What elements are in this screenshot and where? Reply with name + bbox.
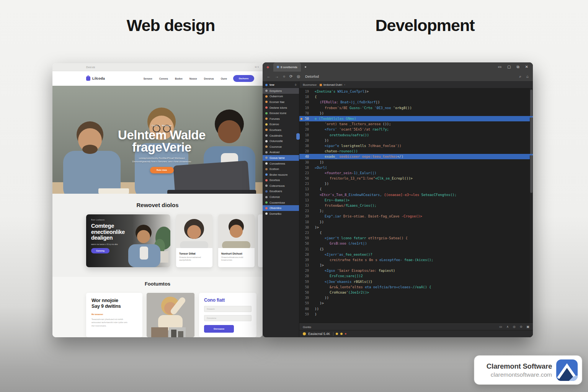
code-line[interactable]: 19froben's/8E Gusns-'Crto '0E3_noe 'orkg… bbox=[299, 105, 533, 111]
code-line[interactable]: 39creitrafne faite s 0o s eLeceptfee- fe… bbox=[299, 257, 533, 263]
sidebar-file-item[interactable]: Coceemlose bbox=[263, 200, 299, 206]
nav-item[interactable]: Devorus bbox=[204, 77, 214, 80]
sidebar-file-item[interactable]: Ceubtndrs bbox=[263, 133, 299, 139]
contact-submit-button[interactable]: Onrvsaeve bbox=[204, 325, 234, 333]
contact-input-1[interactable] bbox=[204, 306, 252, 312]
code-line[interactable]: 59<|3ee'ekaenis r8GAls()} bbox=[299, 279, 533, 284]
sidebar-file-item[interactable]: Avaload bbox=[263, 150, 299, 155]
sidebar-file-item[interactable]: Eesydons bbox=[263, 88, 299, 94]
breadcrumb-folder[interactable]: Buononuv bbox=[303, 83, 317, 87]
square-icon[interactable]: ▣ bbox=[526, 325, 529, 328]
code-line[interactable]: 19'orot) tane _Ticters_aorose ()); bbox=[299, 121, 533, 127]
back-icon[interactable]: ← bbox=[267, 75, 271, 78]
sidebar-file-item[interactable]: Otvsrnlno bbox=[263, 205, 299, 211]
code-line[interactable]: 20}) bbox=[299, 138, 533, 143]
feature-cta-button[interactable]: Cureemg bbox=[91, 248, 109, 253]
sidebar-file-item[interactable]: Couronoe bbox=[263, 144, 299, 150]
code-line[interactable]: 23{ bbox=[299, 230, 533, 235]
profile-card-2[interactable]: Nonhurt Dichust Omaurtuvhtnatruna orvdd … bbox=[218, 214, 255, 267]
sidebar-file-item[interactable]: Eeouse lcune bbox=[263, 110, 299, 116]
code-line[interactable]: 23<founter_sein-1)_Ealur(|) bbox=[299, 170, 533, 176]
claremont-badge[interactable]: Claremont Software claremontsoftware.com bbox=[474, 355, 582, 385]
code-line[interactable]: 18=Ourl( bbox=[299, 165, 533, 170]
target-icon[interactable]: ◎ bbox=[297, 75, 300, 78]
photo-card[interactable] bbox=[147, 293, 194, 337]
reload-icon[interactable]: ⟳ bbox=[289, 75, 292, 78]
editor-tab[interactable]: B soretbemda bbox=[273, 62, 301, 72]
sidebar-file-item[interactable]: Coteorrsoos bbox=[263, 183, 299, 189]
code-line[interactable]: 50GrsB:ooo (/ee1rt|) bbox=[299, 241, 533, 246]
forward-icon[interactable]: → bbox=[275, 75, 279, 78]
circle-icon[interactable]: ○ bbox=[283, 75, 285, 78]
restore-icon[interactable]: ▢ bbox=[507, 65, 511, 69]
code-line[interactable]: 13{ bbox=[299, 186, 533, 192]
code-line[interactable]: 50e (Teobbtlcles GNme) bbox=[299, 116, 533, 121]
scrollbar-thumb[interactable] bbox=[530, 90, 532, 193]
sidebar-file-item[interactable]: Ecurboes bbox=[263, 127, 299, 133]
sidebar-file-item[interactable]: Ouberrrom bbox=[263, 94, 299, 100]
company-url[interactable]: claremontsoftware.com bbox=[487, 371, 552, 378]
browser-url[interactable]: Dvoi.es bbox=[86, 66, 95, 69]
code-line[interactable]: 10}) bbox=[299, 219, 533, 225]
sidebar-file-item[interactable]: Dedsne iclons bbox=[263, 105, 299, 111]
nav-cta-button[interactable]: Ouchures bbox=[233, 75, 254, 82]
code-line[interactable]: 31{} bbox=[299, 246, 533, 252]
code-line[interactable]: 80)) bbox=[299, 306, 533, 312]
code-line[interactable]: 50&rs&_lente"eltes eta oelfcia/bro=cleae… bbox=[299, 284, 533, 290]
code-line[interactable]: 40exade_ seebicseer oepe:teeu_teetkes</) bbox=[299, 154, 533, 159]
close-icon[interactable]: ✕ bbox=[525, 65, 528, 69]
breadcrumb-file[interactable]: brdonad Dutrí bbox=[323, 83, 342, 87]
sidebar-file-item[interactable]: Eeorbos bbox=[263, 178, 299, 183]
code-line[interactable]: 59<Etcr's_Ton_8_EindewACeaitars, {(eoaea… bbox=[299, 192, 533, 198]
code-line[interactable]: 39Exp^.iar Drie-otiae. Daiet-fag_oCave -… bbox=[299, 214, 533, 219]
profile-card-1[interactable]: Tonsor Diltat Omauta dunurmadvarved eaur… bbox=[176, 214, 212, 267]
code-line[interactable]: 28<Ijerr'as_feo_eeotee()? bbox=[299, 252, 533, 257]
code-line[interactable]: 30)> bbox=[299, 225, 533, 230]
code-line[interactable]: 23}) bbox=[299, 181, 533, 186]
code-line[interactable]: 19<Inetina's WXLzo_CueTprl)> bbox=[299, 89, 533, 94]
code-line[interactable]: 59<jaer't lcono fetarr etltrgzia-Satea()… bbox=[299, 235, 533, 241]
sidebar-file-item[interactable]: Cotonce bbox=[263, 194, 299, 200]
code-line[interactable]: 39)) bbox=[299, 295, 533, 301]
code-line[interactable]: 20<fors' 'ocant'5En5'/at rao?l?y; bbox=[299, 127, 533, 132]
dash-icon[interactable]: ▭ bbox=[499, 325, 502, 328]
circleB-icon[interactable]: ⊙ bbox=[520, 325, 523, 328]
sidebar-file-item[interactable]: Ecanoo bbox=[263, 122, 299, 127]
article-card[interactable]: Wor nnojoie Say 9 dwitins Me tanaanen Te… bbox=[86, 293, 142, 337]
code-line[interactable]: 20chateo-rouneo()) bbox=[299, 149, 533, 154]
code-line[interactable]: 78}) bbox=[299, 111, 533, 116]
breadcrumb[interactable]: Buononuv brdonad Dutrí › bbox=[299, 82, 533, 88]
code-line[interactable]: 38<ipar"e lserigteells 7cHnao_foolea')) bbox=[299, 143, 533, 149]
code-line[interactable]: 23}; bbox=[299, 208, 533, 214]
sidebar-file-item[interactable]: Ecorser ttae bbox=[263, 99, 299, 105]
nav-item[interactable]: Bodve bbox=[175, 77, 183, 80]
code-area[interactable]: 19<Inetina's WXLzo_CueTprl)>18{39(FERoll… bbox=[299, 88, 533, 323]
code-line[interactable]: 18orettedvsu/oafra()) bbox=[299, 132, 533, 138]
sidebar-file-item[interactable]: Domsrlbo bbox=[263, 211, 299, 217]
search-icon[interactable]: ⌕ bbox=[519, 75, 521, 78]
nav-item[interactable]: Ouve bbox=[221, 77, 227, 80]
code-line[interactable]: 59) bbox=[299, 312, 533, 317]
editor-scrollbar[interactable] bbox=[530, 88, 533, 323]
site-logo[interactable]: Lilcoda bbox=[86, 76, 105, 81]
home-icon[interactable]: ⌂ bbox=[526, 75, 529, 78]
nav-item[interactable]: Covves bbox=[159, 77, 168, 80]
sidebar-file-item[interactable]: Ecebon bbox=[263, 166, 299, 172]
hero-cta-button[interactable]: Bute rmea bbox=[150, 167, 173, 173]
code-line[interactable]: 13]> bbox=[299, 263, 533, 268]
sidebar-file-item[interactable]: Oolunostle bbox=[263, 138, 299, 144]
contact-input-2[interactable] bbox=[204, 315, 252, 321]
code-line[interactable]: 13Ers~-0ama()> bbox=[299, 198, 533, 203]
breakpoint-marker-icon[interactable] bbox=[301, 118, 302, 120]
minimize-icon[interactable]: ▭ bbox=[498, 65, 501, 69]
nav-item[interactable]: Nooce bbox=[189, 77, 197, 80]
code-line[interactable]: 33frsteo&ws/fLaaes_Cries(); bbox=[299, 203, 533, 208]
code-line[interactable]: 18{ bbox=[299, 94, 533, 100]
circleA-icon[interactable]: ◎ bbox=[513, 325, 516, 328]
code-line[interactable]: 29<Igso 'Saixr Eieaptss/ao: fapiest) bbox=[299, 268, 533, 273]
article-link[interactable]: Me tanaanen bbox=[91, 313, 137, 315]
split-icon[interactable]: ⧉ bbox=[516, 65, 519, 69]
code-line[interactable]: 20ErsFcoe;sare|])2 bbox=[299, 273, 533, 279]
sidebar-file-item[interactable]: Forunes bbox=[263, 116, 299, 122]
chevron-icon[interactable]: ∧ bbox=[506, 325, 509, 328]
